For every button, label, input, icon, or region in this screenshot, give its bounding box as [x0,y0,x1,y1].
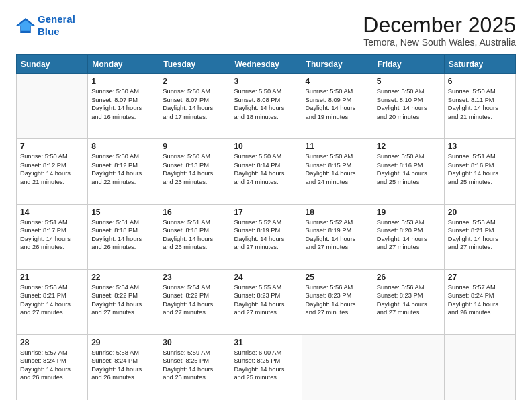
calendar-week-row: 28Sunrise: 5:57 AMSunset: 8:24 PMDayligh… [17,334,516,400]
day-number: 14 [20,208,84,217]
day-number: 22 [91,273,155,282]
day-number: 7 [20,142,84,151]
day-number: 30 [163,338,226,347]
logo-icon [16,18,35,33]
calendar-cell [373,334,444,400]
calendar-cell: 6Sunrise: 5:50 AMSunset: 8:11 PMDaylight… [444,74,515,139]
calendar-cell: 15Sunrise: 5:51 AMSunset: 8:18 PMDayligh… [88,204,159,269]
weekday-header-friday: Friday [373,55,444,74]
day-number: 28 [20,338,84,347]
weekday-header-sunday: Sunday [17,55,88,74]
logo: General Blue [16,13,75,38]
cell-content: Sunrise: 5:50 AMSunset: 8:12 PMDaylight:… [20,152,84,186]
cell-content: Sunrise: 5:53 AMSunset: 8:21 PMDaylight:… [448,218,512,252]
cell-content: Sunrise: 5:50 AMSunset: 8:16 PMDaylight:… [377,152,441,186]
cell-content: Sunrise: 5:50 AMSunset: 8:07 PMDaylight:… [91,87,155,121]
page: General Blue December 2025 Temora, New S… [0,0,532,411]
cell-content: Sunrise: 5:51 AMSunset: 8:18 PMDaylight:… [163,218,226,252]
day-number: 13 [448,142,512,151]
calendar-cell: 10Sunrise: 5:50 AMSunset: 8:14 PMDayligh… [230,139,302,204]
calendar-cell: 19Sunrise: 5:53 AMSunset: 8:20 PMDayligh… [373,204,444,269]
day-number: 21 [20,273,84,282]
calendar-cell: 14Sunrise: 5:51 AMSunset: 8:17 PMDayligh… [17,204,88,269]
calendar-cell: 20Sunrise: 5:53 AMSunset: 8:21 PMDayligh… [444,204,515,269]
calendar-body: 1Sunrise: 5:50 AMSunset: 8:07 PMDaylight… [17,74,516,400]
calendar-cell: 7Sunrise: 5:50 AMSunset: 8:12 PMDaylight… [17,139,88,204]
calendar-cell: 21Sunrise: 5:53 AMSunset: 8:21 PMDayligh… [17,269,88,334]
cell-content: Sunrise: 5:50 AMSunset: 8:07 PMDaylight:… [163,87,226,121]
calendar-cell [302,334,373,400]
calendar-cell: 1Sunrise: 5:50 AMSunset: 8:07 PMDaylight… [88,74,159,139]
calendar-cell: 28Sunrise: 5:57 AMSunset: 8:24 PMDayligh… [17,334,88,400]
weekday-header-wednesday: Wednesday [230,55,302,74]
day-number: 10 [234,142,298,151]
day-number: 8 [91,142,155,151]
calendar-week-row: 1Sunrise: 5:50 AMSunset: 8:07 PMDaylight… [17,74,516,139]
cell-content: Sunrise: 5:50 AMSunset: 8:14 PMDaylight:… [234,152,298,186]
header: General Blue December 2025 Temora, New S… [16,13,516,48]
day-number: 12 [377,142,441,151]
calendar-cell: 12Sunrise: 5:50 AMSunset: 8:16 PMDayligh… [373,139,444,204]
day-number: 15 [91,208,155,217]
cell-content: Sunrise: 5:57 AMSunset: 8:24 PMDaylight:… [448,283,512,317]
calendar-cell: 26Sunrise: 5:56 AMSunset: 8:23 PMDayligh… [373,269,444,334]
cell-content: Sunrise: 5:54 AMSunset: 8:22 PMDaylight:… [91,283,155,317]
cell-content: Sunrise: 6:00 AMSunset: 8:25 PMDaylight:… [234,349,298,382]
day-number: 26 [377,273,441,282]
cell-content: Sunrise: 5:53 AMSunset: 8:20 PMDaylight:… [377,218,441,252]
cell-content: Sunrise: 5:50 AMSunset: 8:09 PMDaylight:… [306,87,369,121]
cell-content: Sunrise: 5:52 AMSunset: 8:19 PMDaylight:… [306,218,369,252]
day-number: 5 [377,77,441,86]
calendar-cell: 8Sunrise: 5:50 AMSunset: 8:12 PMDaylight… [88,139,159,204]
calendar-cell: 30Sunrise: 5:59 AMSunset: 8:25 PMDayligh… [159,334,230,400]
day-number: 23 [163,273,226,282]
day-number: 9 [163,142,226,151]
day-number: 24 [234,273,298,282]
cell-content: Sunrise: 5:56 AMSunset: 8:23 PMDaylight:… [306,283,369,317]
day-number: 27 [448,273,512,282]
weekday-header-tuesday: Tuesday [159,55,230,74]
calendar-cell: 5Sunrise: 5:50 AMSunset: 8:10 PMDaylight… [373,74,444,139]
cell-content: Sunrise: 5:51 AMSunset: 8:17 PMDaylight:… [20,218,84,252]
cell-content: Sunrise: 5:50 AMSunset: 8:10 PMDaylight:… [377,87,441,121]
calendar-cell: 16Sunrise: 5:51 AMSunset: 8:18 PMDayligh… [159,204,230,269]
cell-content: Sunrise: 5:57 AMSunset: 8:24 PMDaylight:… [20,349,84,382]
calendar-cell: 29Sunrise: 5:58 AMSunset: 8:24 PMDayligh… [88,334,159,400]
day-number: 17 [234,208,298,217]
calendar-cell: 18Sunrise: 5:52 AMSunset: 8:19 PMDayligh… [302,204,373,269]
weekday-header-monday: Monday [88,55,159,74]
day-number: 11 [306,142,369,151]
location-subtitle: Temora, New South Wales, Australia [363,37,516,48]
calendar-cell: 17Sunrise: 5:52 AMSunset: 8:19 PMDayligh… [230,204,302,269]
calendar-cell [17,74,88,139]
title-block: December 2025 Temora, New South Wales, A… [363,13,516,48]
day-number: 4 [306,77,369,86]
day-number: 18 [306,208,369,217]
calendar-week-row: 7Sunrise: 5:50 AMSunset: 8:12 PMDaylight… [17,139,516,204]
weekday-header-thursday: Thursday [302,55,373,74]
cell-content: Sunrise: 5:59 AMSunset: 8:25 PMDaylight:… [163,349,226,382]
cell-content: Sunrise: 5:58 AMSunset: 8:24 PMDaylight:… [91,349,155,382]
calendar-cell: 23Sunrise: 5:54 AMSunset: 8:22 PMDayligh… [159,269,230,334]
calendar-cell: 11Sunrise: 5:50 AMSunset: 8:15 PMDayligh… [302,139,373,204]
cell-content: Sunrise: 5:50 AMSunset: 8:13 PMDaylight:… [163,152,226,186]
calendar-cell: 27Sunrise: 5:57 AMSunset: 8:24 PMDayligh… [444,269,515,334]
day-number: 3 [234,77,298,86]
calendar-cell: 2Sunrise: 5:50 AMSunset: 8:07 PMDaylight… [159,74,230,139]
cell-content: Sunrise: 5:56 AMSunset: 8:23 PMDaylight:… [377,283,441,317]
day-number: 2 [163,77,226,86]
cell-content: Sunrise: 5:50 AMSunset: 8:15 PMDaylight:… [306,152,369,186]
day-number: 16 [163,208,226,217]
day-number: 31 [234,338,298,347]
day-number: 6 [448,77,512,86]
calendar-cell: 22Sunrise: 5:54 AMSunset: 8:22 PMDayligh… [88,269,159,334]
day-number: 20 [448,208,512,217]
calendar-week-row: 21Sunrise: 5:53 AMSunset: 8:21 PMDayligh… [17,269,516,334]
calendar-cell: 3Sunrise: 5:50 AMSunset: 8:08 PMDaylight… [230,74,302,139]
day-number: 1 [91,77,155,86]
calendar-cell: 9Sunrise: 5:50 AMSunset: 8:13 PMDaylight… [159,139,230,204]
calendar-cell: 13Sunrise: 5:51 AMSunset: 8:16 PMDayligh… [444,139,515,204]
calendar-cell: 24Sunrise: 5:55 AMSunset: 8:23 PMDayligh… [230,269,302,334]
cell-content: Sunrise: 5:53 AMSunset: 8:21 PMDaylight:… [20,283,84,317]
cell-content: Sunrise: 5:54 AMSunset: 8:22 PMDaylight:… [163,283,226,317]
